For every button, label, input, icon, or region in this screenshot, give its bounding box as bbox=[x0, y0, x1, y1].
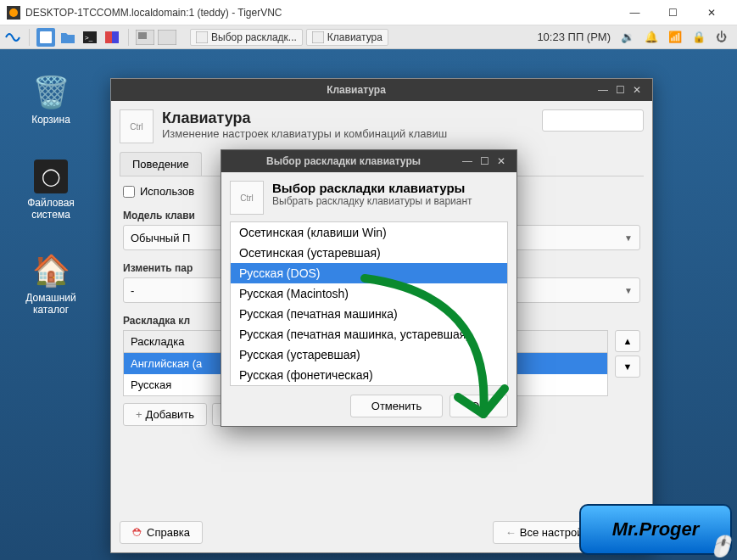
kb-maximize-button[interactable]: ☐ bbox=[611, 84, 628, 96]
svg-rect-8 bbox=[138, 32, 147, 39]
window-title: DESKTOP-1TCCOMM.localdomain:1 (teddy) - … bbox=[25, 7, 282, 19]
list-item[interactable]: Русская (печатная машинка, устаревшая) bbox=[231, 324, 507, 344]
xfce-panel: >_ Выбор раскладк... Клавиатура 10:23 ПП… bbox=[0, 25, 737, 49]
network-icon[interactable]: 📶 bbox=[668, 31, 682, 43]
cursor-icon: 🖱️ bbox=[708, 535, 734, 558]
desktop[interactable]: 🗑️ Корзина ◯ Файловая система 🏠 Домашний… bbox=[0, 49, 737, 560]
watermark-badge: Mr.Proger 🖱️ bbox=[579, 504, 732, 555]
file-manager-icon[interactable] bbox=[59, 28, 77, 47]
ctrl-key-icon: Ctrl bbox=[230, 181, 264, 215]
clock[interactable]: 10:23 ПП (PM) bbox=[537, 31, 611, 43]
svg-rect-10 bbox=[196, 31, 208, 43]
workspace-2-icon[interactable] bbox=[158, 28, 176, 47]
dialog-close-button[interactable]: ✕ bbox=[493, 155, 510, 167]
filesystem-icon[interactable]: ◯ Файловая система bbox=[17, 160, 85, 221]
kb-close-button[interactable]: ✕ bbox=[628, 84, 645, 96]
trash-icon[interactable]: 🗑️ Корзина bbox=[17, 75, 85, 126]
notification-icon[interactable]: 🔔 bbox=[645, 31, 658, 43]
tab-behavior[interactable]: Поведение bbox=[120, 152, 202, 176]
layout-selection-dialog: Выбор раскладки клавиатуры — ☐ ✕ Ctrl Вы… bbox=[221, 149, 517, 427]
list-item[interactable]: Русская (фонетическая) bbox=[231, 365, 507, 385]
kb-titlebar[interactable]: Клавиатура — ☐ ✕ bbox=[111, 79, 652, 101]
cancel-button[interactable]: Отменить bbox=[350, 395, 443, 417]
change-value: - bbox=[131, 284, 134, 297]
task-label: Выбор раскладк... bbox=[211, 31, 297, 43]
disk-glyph: ◯ bbox=[34, 160, 68, 193]
model-value: Обычный П bbox=[131, 232, 190, 244]
power-icon[interactable]: ⏻ bbox=[716, 31, 727, 43]
add-button[interactable]: +Добавить bbox=[123, 403, 207, 426]
layout-list[interactable]: Осетинская (клавиши Win)Осетинская (уста… bbox=[230, 221, 508, 386]
lock-icon[interactable]: 🔒 bbox=[692, 31, 706, 43]
chevron-down-icon: ▼ bbox=[624, 233, 633, 243]
windows-titlebar: DESKTOP-1TCCOMM.localdomain:1 (teddy) - … bbox=[0, 0, 737, 25]
minimize-button[interactable]: — bbox=[616, 0, 654, 25]
svg-rect-6 bbox=[112, 31, 119, 43]
maximize-button[interactable]: ☐ bbox=[654, 0, 692, 25]
ctrl-key-icon: Ctrl bbox=[120, 109, 154, 143]
dialog-titlebar[interactable]: Выбор раскладки клавиатуры — ☐ ✕ bbox=[221, 150, 516, 172]
window-icon bbox=[196, 31, 208, 43]
task-button-1[interactable]: Выбор раскладк... bbox=[190, 29, 303, 46]
list-item[interactable]: Русская (устаревшая) bbox=[231, 344, 507, 365]
svg-rect-11 bbox=[312, 31, 324, 43]
search-input[interactable] bbox=[542, 109, 644, 132]
app-icon[interactable] bbox=[103, 28, 121, 47]
svg-rect-9 bbox=[158, 30, 176, 45]
chevron-down-icon: ▼ bbox=[624, 286, 633, 295]
workspace-1-icon[interactable] bbox=[136, 28, 154, 47]
task-button-2[interactable]: Клавиатура bbox=[306, 29, 388, 46]
home-glyph: 🏠 bbox=[17, 253, 85, 288]
dialog-heading: Выбор раскладки клавиатуры bbox=[272, 181, 472, 195]
kb-heading: Клавиатура bbox=[162, 109, 447, 127]
list-item[interactable]: Осетинская (клавиши Win) bbox=[231, 222, 507, 243]
trash-glyph: 🗑️ bbox=[17, 75, 85, 110]
svg-rect-2 bbox=[40, 31, 52, 43]
move-down-button[interactable]: ▼ bbox=[615, 356, 640, 378]
dialog-subtitle: Выбрать раскладку клавиатуры и вариант bbox=[272, 195, 472, 207]
watermark-text: Mr.Proger bbox=[612, 518, 700, 540]
home-label: Домашний каталог bbox=[25, 292, 76, 316]
kb-title: Клавиатура bbox=[118, 84, 595, 96]
show-desktop-icon[interactable] bbox=[36, 28, 55, 47]
checkbox-label: Использов bbox=[140, 185, 194, 198]
list-item[interactable]: Русская (печатная машинка) bbox=[231, 304, 507, 324]
svg-point-1 bbox=[9, 8, 18, 17]
list-item[interactable]: Русская (DOS) bbox=[231, 263, 507, 283]
close-button[interactable]: ✕ bbox=[692, 0, 730, 25]
dialog-maximize-button[interactable]: ☐ bbox=[476, 155, 493, 167]
tigervnc-icon bbox=[7, 6, 20, 20]
terminal-icon[interactable]: >_ bbox=[81, 28, 99, 47]
trash-label: Корзина bbox=[31, 114, 70, 126]
window-icon bbox=[312, 31, 324, 43]
list-item[interactable]: Осетинская (устаревшая) bbox=[231, 243, 507, 263]
dialog-minimize-button[interactable]: — bbox=[459, 155, 476, 167]
filesystem-label: Файловая система bbox=[27, 197, 75, 221]
svg-text:>_: >_ bbox=[85, 34, 93, 42]
move-up-button[interactable]: ▲ bbox=[615, 330, 640, 352]
checkbox-input[interactable] bbox=[123, 186, 135, 198]
kb-minimize-button[interactable]: — bbox=[595, 84, 611, 96]
list-item[interactable]: Русская (Macintosh) bbox=[231, 283, 507, 304]
home-icon[interactable]: 🏠 Домашний каталог bbox=[17, 253, 85, 316]
volume-icon[interactable]: 🔉 bbox=[621, 31, 634, 43]
dialog-title: Выбор раскладки клавиатуры bbox=[228, 155, 459, 167]
help-button[interactable]: ⛑Справка bbox=[120, 521, 203, 544]
kb-subtitle: Изменение настроек клавиатуры и комбинац… bbox=[162, 127, 447, 140]
kali-menu-icon[interactable] bbox=[3, 28, 22, 47]
task-label: Клавиатура bbox=[327, 31, 382, 43]
ok-button[interactable]: OK bbox=[449, 395, 508, 417]
